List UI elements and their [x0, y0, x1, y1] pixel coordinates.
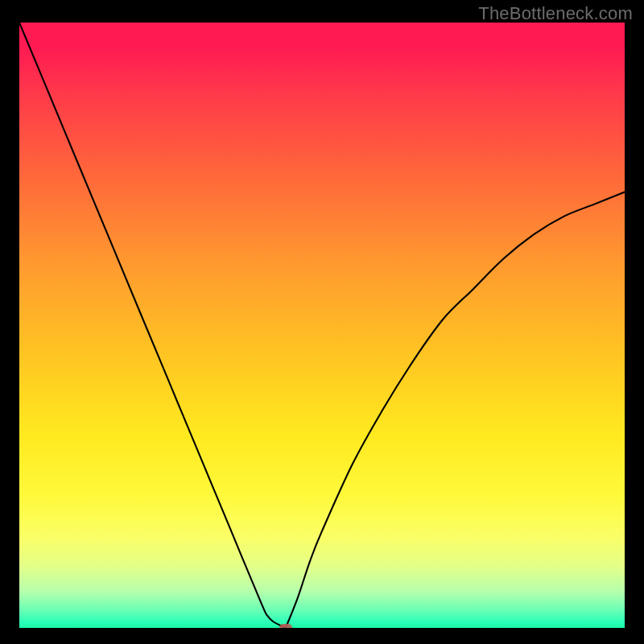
curve-left-branch	[19, 23, 286, 628]
plot-area	[19, 23, 625, 628]
curve-right-branch	[286, 192, 625, 628]
chart-frame: TheBottleneck.com	[0, 0, 644, 644]
optimum-marker	[279, 624, 292, 628]
bottleneck-curve	[19, 23, 625, 628]
watermark-text: TheBottleneck.com	[478, 3, 633, 24]
